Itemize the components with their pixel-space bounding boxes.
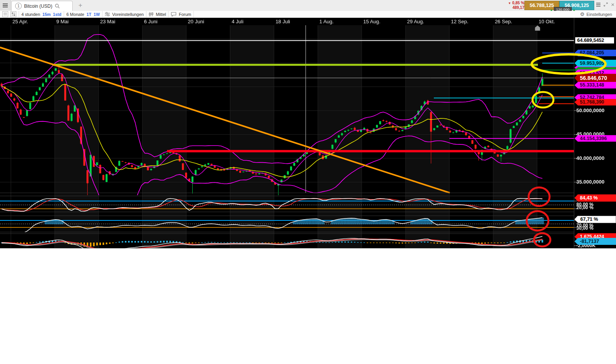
presets-label: Voreinstellungen [112, 12, 144, 17]
layers-icon[interactable] [596, 4, 600, 5]
price-change: ▼0,85 % 489,17 [508, 1, 524, 10]
y-axis-label: 35.000,0000 [576, 179, 604, 185]
x-axis-label: 26 Sep. [495, 19, 512, 24]
news-list-icon[interactable] [2, 11, 8, 17]
chart-toolbar: 4 stunden 15m 1std 6 Monate 1T 1W Vorein… [0, 11, 616, 18]
indicators-button[interactable]: Mittel [146, 11, 169, 17]
x-axis-label: 6 Juni [144, 19, 158, 24]
indicator-value-badge: -81,7137 [574, 238, 616, 245]
speech-bubble-icon [171, 12, 176, 17]
interval-quick-1std[interactable]: 1std [53, 12, 61, 17]
price-level-badge: 56.846,670 [574, 74, 616, 82]
new-tab-button[interactable]: + [75, 0, 86, 11]
interval-dropdown[interactable]: 4 stunden [21, 12, 40, 17]
forum-button[interactable]: Forum [169, 11, 194, 17]
indicator-value-badge: 67,71 % [574, 216, 616, 223]
x-axis-label: 1 Aug. [319, 19, 334, 24]
window-controls: × [596, 2, 614, 7]
y-axis-label: 50.000,0000 [576, 107, 604, 113]
down-triangle-icon: ▼ [508, 2, 511, 5]
price-level-badge: 44.154,3396 [574, 135, 616, 142]
toolbar-view-icons [0, 11, 19, 17]
toolbar-interval-group: 4 stunden 15m 1std [19, 11, 64, 17]
tab-bitcoin-usd[interactable]: 1 Bitcoin (USD) [11, 1, 73, 11]
price-level-badge: 62.084,205 [574, 50, 616, 56]
change-absolute: 489,17 [508, 5, 524, 10]
menu-button[interactable] [0, 0, 11, 10]
x-axis-label: 18 Juli [275, 19, 290, 24]
presets-button[interactable]: Voreinstellungen [103, 11, 146, 17]
tab-index-badge: 1 [15, 3, 22, 9]
y-axis-label: 40.000,0000 [576, 155, 604, 161]
price-chart-canvas[interactable] [0, 17, 616, 248]
x-axis-label: 4 Juli [232, 19, 244, 24]
trading-app-window: 1 Bitcoin (USD) + ▼0,85 % 489,17 56.788,… [0, 0, 616, 364]
range-quick-1w[interactable]: 1W [94, 12, 100, 17]
price-level-badge: 51.768,390 [574, 99, 616, 106]
x-axis-label: 20 Juni [188, 19, 204, 24]
window-titlebar: 1 Bitcoin (USD) + ▼0,85 % 489,17 56.788,… [0, 0, 616, 11]
range-quick-1t[interactable]: 1T [87, 12, 91, 17]
x-axis-label: 9 Mai [56, 19, 69, 24]
indicators-label: Mittel [156, 12, 166, 17]
x-axis-label: 29 Aug. [407, 19, 424, 24]
indicator-axis-label: 30,00 % [576, 225, 593, 231]
hamburger-icon [3, 5, 8, 6]
x-axis-label: 23 Mai [100, 19, 115, 24]
page-background [0, 248, 616, 364]
sliders-icon [105, 12, 110, 16]
price-level-badge: 59.953,905 [574, 60, 616, 67]
x-axis-label: 10 Okt. [539, 19, 555, 24]
gear-icon: ⚙ [580, 11, 585, 17]
x-axis-label: 25 Apr. [12, 19, 28, 24]
interval-quick-15m[interactable]: 15m [42, 12, 50, 17]
close-icon[interactable]: × [611, 2, 614, 7]
settings-button[interactable]: ⚙ Einstellungen [580, 11, 612, 17]
change-percent: 0,85 % [512, 1, 524, 5]
indicator-axis-label: 20,00 % [576, 205, 593, 210]
indicator-value-badge: 84,43 % [574, 194, 616, 202]
search-icon[interactable] [55, 3, 60, 9]
x-axis-label: 15 Aug. [363, 19, 380, 24]
x-axis-label: 12 Sep. [451, 19, 468, 24]
forum-label: Forum [179, 12, 191, 17]
settings-label: Einstellungen [586, 12, 612, 17]
tab-title: Bitcoin (USD) [24, 3, 52, 9]
price-level-badge: 64.689,5452 [575, 37, 614, 44]
price-level-badge: 55.333,148 [574, 82, 616, 88]
candles-icon [149, 12, 153, 17]
chart-area: 25 Apr.9 Mai23 Mai6 Juni20 Juni4 Juli18 … [0, 17, 616, 248]
resize-icon[interactable] [604, 2, 608, 7]
toolbar-range-group: 6 Monate 1T 1W [64, 11, 103, 17]
layout-grid-icon[interactable] [10, 11, 16, 17]
range-dropdown[interactable]: 6 Monate [66, 12, 84, 17]
